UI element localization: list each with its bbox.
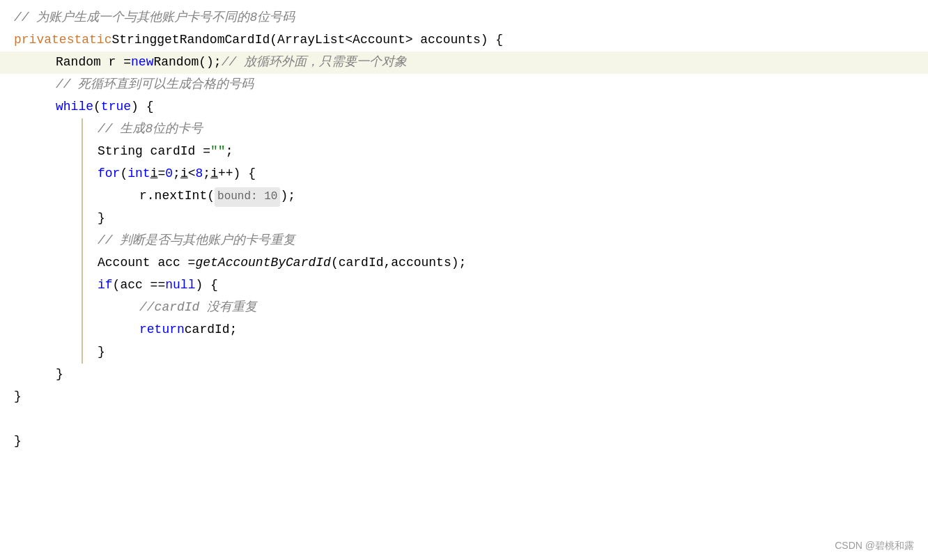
code-token: return [139, 320, 185, 340]
code-token: Account acc = [98, 253, 195, 273]
code-token: static [67, 30, 112, 50]
code-token: null [165, 275, 195, 295]
code-line: Account acc = getAccountByCardId(cardId,… [0, 252, 928, 274]
code-token: getRandomCardId [157, 30, 270, 50]
code-token: (acc == [113, 275, 166, 295]
code-line: private static String getRandomCardId(Ar… [0, 29, 928, 52]
code-line: } [0, 386, 928, 408]
code-token: // 放循环外面，只需要一个对象 [222, 52, 407, 72]
code-line: return cardId; [0, 319, 928, 341]
code-line: // 生成8位的卡号 [0, 118, 928, 141]
code-token: ( [93, 97, 101, 117]
code-token: // 判断是否与其他账户的卡号重复 [98, 231, 295, 251]
code-token: ; [173, 164, 180, 184]
code-token: = [157, 164, 165, 184]
code-token: ) { [195, 275, 217, 295]
code-token: i [150, 164, 158, 184]
code-token: // 为账户生成一个与其他账户卡号不同的8位号码 [14, 8, 295, 28]
code-line: // 判断是否与其他账户的卡号重复 [0, 230, 928, 252]
code-token: String cardId = [98, 141, 210, 162]
code-line: } [0, 364, 928, 386]
code-token: "" [210, 141, 226, 162]
code-token: while [56, 97, 93, 117]
code-token: // 生成8位的卡号 [98, 119, 203, 139]
code-token: // 死循环直到可以生成合格的号码 [56, 75, 254, 95]
code-token: (ArrayList<Account> accounts) { [270, 30, 503, 50]
code-line: // 死循环直到可以生成合格的号码 [0, 74, 928, 96]
code-token: String [111, 30, 157, 50]
code-line: Random r = new Random();// 放循环外面，只需要一个对象 [0, 52, 928, 74]
watermark: CSDN @碧桃和露 [835, 538, 914, 553]
code-token: i [180, 164, 188, 184]
code-line: //cardId 没有重复 [0, 297, 928, 319]
code-line: for (int i = 0; i < 8; i++) { [0, 163, 928, 185]
code-token: < [188, 164, 196, 184]
code-token: 0 [165, 164, 173, 184]
code-token: ) { [131, 97, 153, 117]
code-token: Random r = [56, 52, 131, 72]
code-token: ; [203, 164, 210, 184]
code-token: ; [226, 141, 233, 162]
code-line [0, 408, 928, 430]
param-hint: bound: 10 [215, 187, 280, 207]
code-token: if [98, 275, 113, 295]
code-token: } [98, 342, 105, 362]
code-token: private [14, 30, 67, 50]
code-token: } [14, 387, 22, 407]
code-token: r.nextInt( [139, 186, 215, 206]
code-line: r.nextInt( bound: 10); [0, 185, 928, 208]
code-line: String cardId = ""; [0, 141, 928, 163]
code-token: ++) { [218, 164, 256, 184]
code-token: ); [280, 186, 295, 206]
code-token: 8 [196, 164, 203, 184]
code-token: new [131, 52, 153, 72]
code-token: } [98, 208, 105, 228]
code-token: getAccountByCardId [195, 253, 330, 273]
code-line: if(acc == null) { [0, 274, 928, 297]
code-token: true [101, 97, 131, 117]
code-token: int [127, 164, 150, 184]
code-token: Random(); [153, 52, 221, 72]
code-token: //cardId 没有重复 [139, 297, 257, 318]
code-line: while (true) { [0, 96, 928, 118]
code-token: (cardId,accounts); [331, 253, 466, 273]
code-line: } [0, 430, 928, 453]
code-line: } [0, 341, 928, 364]
code-token: } [14, 431, 22, 451]
code-line: } [0, 208, 928, 230]
code-token: ( [120, 164, 127, 184]
code-token: i [210, 164, 218, 184]
code-container: // 为账户生成一个与其他账户卡号不同的8位号码private static S… [0, 0, 928, 560]
code-line: // 为账户生成一个与其他账户卡号不同的8位号码 [0, 7, 928, 29]
code-token: } [56, 364, 63, 384]
code-token: for [98, 164, 120, 184]
code-token: cardId; [185, 320, 238, 340]
